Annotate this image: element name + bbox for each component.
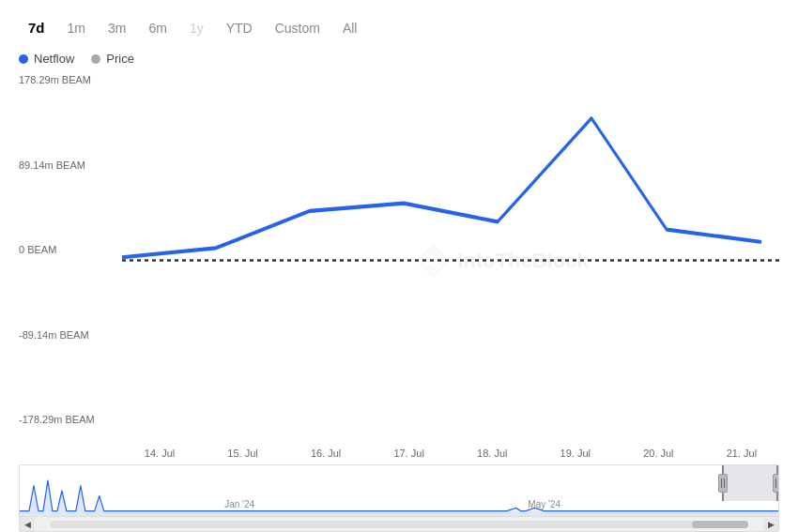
x-axis-label: 15. Jul — [206, 448, 281, 459]
chart-legend: NetflowPrice — [19, 48, 779, 75]
main-chart: 178.29m BEAM89.14m BEAM0 BEAM-89.14m BEA… — [19, 75, 779, 446]
legend-label: Netflow — [34, 52, 74, 66]
time-btn-all[interactable]: All — [333, 16, 367, 40]
navigator-overlay[interactable] — [722, 465, 778, 501]
time-btn-7d[interactable]: 7d — [19, 15, 54, 40]
navigator-handle-left[interactable] — [718, 474, 728, 493]
chart-body: IntoTheBlock — [122, 75, 779, 446]
y-axis-label: -178.29m BEAM — [19, 415, 122, 425]
x-axis: 14. Jul15. Jul16. Jul17. Jul18. Jul19. J… — [19, 446, 779, 459]
main-container: 7d1m3m6m1yYTDCustomAll NetflowPrice 178.… — [0, 0, 798, 532]
scroll-right-arrow[interactable]: ▶ — [763, 517, 778, 532]
legend-dot-blue — [19, 54, 28, 64]
legend-item-price: Price — [91, 52, 134, 66]
x-axis-label: 16. Jul — [288, 448, 363, 459]
chart-area: 178.29m BEAM89.14m BEAM0 BEAM-89.14m BEA… — [19, 75, 779, 532]
x-axis-label: 21. Jul — [704, 448, 779, 459]
time-btn-custom[interactable]: Custom — [266, 16, 330, 40]
y-axis-label: -89.14m BEAM — [19, 330, 122, 341]
time-btn-1m[interactable]: 1m — [58, 16, 95, 40]
y-axis-label: 178.29m BEAM — [19, 75, 122, 85]
mini-scrollbar: ◀ ▶ — [20, 516, 778, 531]
time-btn-3m[interactable]: 3m — [99, 16, 135, 40]
mini-chart-container: Jan '24 May '24 — [19, 464, 779, 532]
scrollbar-thumb[interactable] — [692, 521, 748, 528]
y-axis: 178.29m BEAM89.14m BEAM0 BEAM-89.14m BEA… — [19, 75, 122, 446]
mini-chart-svg — [20, 465, 778, 516]
scrollbar-track[interactable] — [50, 521, 748, 528]
x-axis-label: 18. Jul — [454, 448, 529, 459]
scroll-left-arrow[interactable]: ◀ — [20, 517, 35, 532]
mini-chart-body: Jan '24 May '24 — [20, 465, 778, 516]
x-axis-label: 20. Jul — [621, 448, 696, 459]
time-range-toolbar: 7d1m3m6m1yYTDCustomAll — [19, 9, 779, 48]
y-axis-label: 0 BEAM — [19, 245, 122, 255]
legend-dot-gray — [91, 54, 100, 64]
navigator-handle-right[interactable] — [773, 474, 779, 493]
legend-label: Price — [106, 52, 134, 66]
x-axis-label: 19. Jul — [538, 448, 613, 459]
y-axis-label: 89.14m BEAM — [19, 160, 122, 171]
time-btn-6m[interactable]: 6m — [139, 16, 176, 40]
time-btn-1y: 1y — [180, 16, 213, 40]
x-axis-label: 17. Jul — [372, 448, 447, 459]
time-btn-ytd[interactable]: YTD — [217, 16, 262, 40]
main-chart-svg — [122, 75, 779, 446]
legend-item-netflow: Netflow — [19, 52, 74, 66]
x-axis-label: 14. Jul — [122, 448, 197, 459]
